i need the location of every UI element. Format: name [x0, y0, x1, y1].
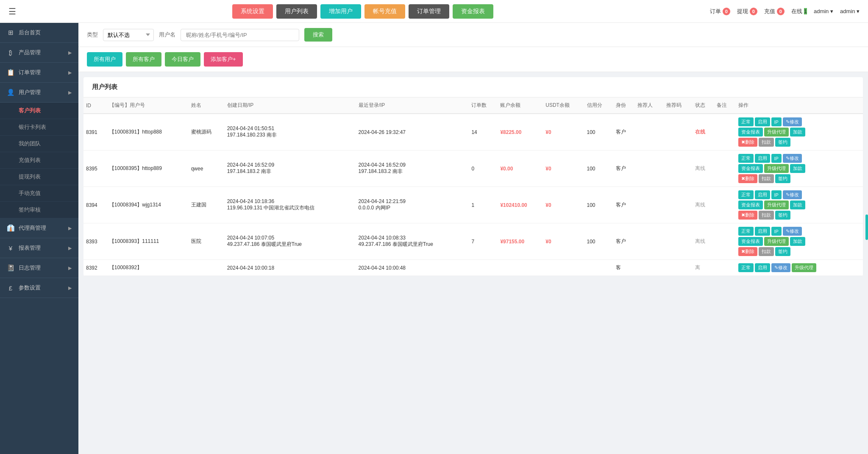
sidebar-sub-item-6[interactable]: 签约审核 [0, 202, 78, 218]
cell-4-10 [635, 260, 664, 276]
sidebar-sub-item-2[interactable]: 我的团队 [0, 136, 78, 152]
cell-status-3: 离线 [693, 223, 714, 260]
status-label: 充值 [764, 8, 775, 15]
nav-btn-系统设置[interactable]: 系统设置 [232, 4, 273, 19]
cell-4-4: 2024-04-24 10:00:48 [356, 260, 469, 276]
row-action-正常[interactable]: 正常 [738, 117, 754, 126]
row-action-✎修改[interactable]: ✎修改 [783, 190, 802, 199]
row-action-启用[interactable]: 启用 [755, 190, 770, 199]
row-action-资金报表[interactable]: 资金报表 [738, 164, 763, 173]
row-action-扣款[interactable]: 扣款 [759, 247, 774, 256]
row-action-IP[interactable]: IP [771, 154, 782, 163]
row-action-✖删除[interactable]: ✖删除 [738, 174, 757, 183]
sidebar-item-7[interactable]: £ 参数设置 ▶ [0, 278, 78, 298]
row-action-升级代理[interactable]: 升级代理 [764, 237, 789, 246]
row-action-加款[interactable]: 加款 [790, 201, 805, 209]
sidebar-sub-item-5[interactable]: 手动充值 [0, 185, 78, 202]
nav-btn-用户列表[interactable]: 用户列表 [276, 4, 317, 19]
user-menu[interactable]: admin ▾ [814, 8, 833, 14]
sidebar-label-6: 📓 日志管理 [7, 264, 41, 272]
cell-3-3: 2024-04-24 10:07:05 49.237.47.186 泰国暖武里府… [225, 223, 356, 260]
row-action-加款[interactable]: 加款 [790, 164, 805, 173]
row-action-签约[interactable]: 签约 [775, 247, 790, 256]
row-action-扣款[interactable]: 扣款 [759, 174, 774, 183]
row-action-升级代理[interactable]: 升级代理 [764, 164, 789, 173]
row-action-✎修改[interactable]: ✎修改 [783, 117, 802, 126]
row-action-启用[interactable]: 启用 [755, 227, 770, 236]
user-search-input[interactable] [181, 29, 299, 41]
nav-btn-增加用户[interactable]: 增加用户 [320, 4, 361, 19]
row-action-签约[interactable]: 签约 [775, 211, 790, 220]
row-action-✎修改[interactable]: ✎修改 [771, 263, 790, 272]
cell-4-2 [189, 260, 225, 276]
search-button[interactable]: 搜索 [304, 28, 332, 42]
sidebar: ⊞ 后台首页 ₿ 产品管理 ▶ 📋 订单管理 ▶ 👤 用户管理 ▶ 客户列表银行… [0, 23, 78, 454]
sidebar-sub-item-3[interactable]: 充值列表 [0, 152, 78, 169]
row-action-签约[interactable]: 签约 [775, 174, 790, 183]
cell-3-4: 2024-04-24 10:08:33 49.237.47.186 泰国暖武里府… [356, 223, 469, 260]
top-nav-right: 订单0提现0充值0在线1 admin ▾ admin ▾ [710, 8, 860, 15]
cell-0-0: 8391 [83, 114, 107, 150]
row-action-资金报表[interactable]: 资金报表 [738, 128, 763, 136]
sidebar-sub-item-1[interactable]: 银行卡列表 [0, 119, 78, 136]
cell-0-7: ¥0 [543, 114, 584, 150]
row-action-✖删除[interactable]: ✖删除 [738, 247, 757, 256]
row-action-正常[interactable]: 正常 [738, 190, 754, 199]
cell-actions-3: 正常启用IP✎修改资金报表升级代理加款✖删除扣款签约 [736, 223, 863, 260]
sidebar-item-5[interactable]: ¥ 报表管理 ▶ [0, 238, 78, 258]
sidebar-text-7: 参数设置 [19, 284, 41, 292]
row-action-✖删除[interactable]: ✖删除 [738, 138, 757, 147]
sidebar-sub-item-4[interactable]: 提现列表 [0, 169, 78, 185]
sidebar-sub-item-0[interactable]: 客户列表 [0, 103, 78, 119]
col-header-姓名: 姓名 [189, 97, 225, 114]
cell-2-3: 2024-04-24 10:18:36 119.96.109.131 中国湖北省… [225, 187, 356, 223]
row-action-加款[interactable]: 加款 [790, 237, 805, 246]
row-action-正常[interactable]: 正常 [738, 154, 754, 163]
row-action-正常[interactable]: 正常 [738, 263, 754, 272]
scrollbar[interactable] [865, 214, 868, 240]
row-action-升级代理[interactable]: 升级代理 [764, 128, 789, 136]
row-action-升级代理[interactable]: 升级代理 [792, 263, 816, 272]
action-btn-今日客户[interactable]: 今日客户 [165, 52, 200, 67]
row-action-签约[interactable]: 签约 [775, 138, 790, 147]
row-action-升级代理[interactable]: 升级代理 [764, 201, 789, 209]
row-action-资金报表[interactable]: 资金报表 [738, 201, 763, 209]
row-action-✖删除[interactable]: ✖删除 [738, 211, 757, 220]
sidebar-item-4[interactable]: 👔 代理商管理 ▶ [0, 218, 78, 238]
cell-actions-2: 正常启用IP✎修改资金报表升级代理加款✖删除扣款签约 [736, 187, 863, 223]
sidebar-text-4: 代理商管理 [19, 224, 46, 232]
user-menu[interactable]: admin ▾ [840, 8, 860, 14]
row-action-IP[interactable]: IP [771, 190, 782, 199]
sidebar-icon-5: ¥ [7, 245, 14, 252]
main-layout: ⊞ 后台首页 ₿ 产品管理 ▶ 📋 订单管理 ▶ 👤 用户管理 ▶ 客户列表银行… [0, 23, 868, 454]
row-action-扣款[interactable]: 扣款 [759, 211, 774, 220]
nav-btn-订单管理[interactable]: 订单管理 [409, 4, 449, 19]
action-btn-所有用户[interactable]: 所有用户 [87, 52, 122, 67]
sidebar-icon-0: ⊞ [7, 29, 14, 36]
action-btn-添加客户+[interactable]: 添加客户+ [204, 52, 243, 67]
sidebar-item-1[interactable]: ₿ 产品管理 ▶ [0, 43, 78, 63]
type-select[interactable]: 默认不选客户代理 [103, 29, 154, 41]
nav-btn-帐号充值[interactable]: 帐号充值 [364, 4, 405, 19]
row-action-✎修改[interactable]: ✎修改 [783, 154, 802, 163]
sidebar-label-3: 👤 用户管理 [7, 89, 41, 96]
sidebar-item-6[interactable]: 📓 日志管理 ▶ [0, 258, 78, 278]
sidebar-text-6: 日志管理 [19, 264, 41, 272]
row-action-IP[interactable]: IP [771, 227, 782, 236]
sidebar-item-0[interactable]: ⊞ 后台首页 [0, 23, 78, 43]
row-action-资金报表[interactable]: 资金报表 [738, 237, 763, 246]
row-action-IP[interactable]: IP [771, 117, 782, 126]
nav-btn-资金报表[interactable]: 资金报表 [453, 4, 493, 19]
hamburger-menu[interactable]: ☰ [8, 6, 16, 17]
row-action-启用[interactable]: 启用 [755, 154, 770, 163]
row-action-扣款[interactable]: 扣款 [759, 138, 774, 147]
row-action-✎修改[interactable]: ✎修改 [783, 227, 802, 236]
row-action-正常[interactable]: 正常 [738, 227, 754, 236]
action-btn-所有客户[interactable]: 所有客户 [126, 52, 161, 67]
row-action-启用[interactable]: 启用 [755, 117, 770, 126]
sidebar-item-2[interactable]: 📋 订单管理 ▶ [0, 63, 78, 83]
row-action-加款[interactable]: 加款 [790, 128, 805, 136]
status-label: 提现 [737, 8, 748, 15]
row-action-启用[interactable]: 启用 [755, 263, 770, 272]
sidebar-item-3[interactable]: 👤 用户管理 ▶ [0, 83, 78, 103]
